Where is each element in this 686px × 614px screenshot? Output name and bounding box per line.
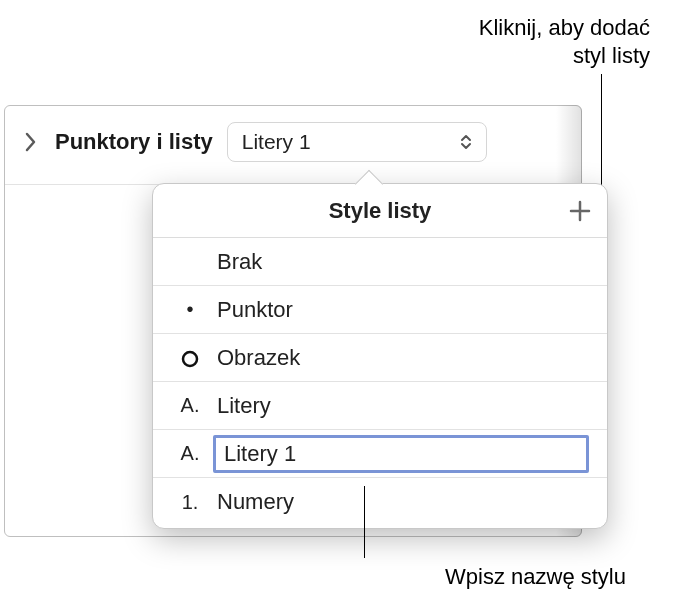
style-name-input[interactable]: Litery 1 — [213, 435, 589, 473]
list-marker-number: 1. — [171, 491, 209, 514]
list-styles-popover: Style listy Brak • Punktor Obrazek A. Li… — [152, 183, 608, 529]
list-item-label: Brak — [217, 249, 262, 275]
list-marker-letter: A. — [171, 394, 209, 417]
list-styles-list: Brak • Punktor Obrazek A. Litery A. Lite… — [153, 238, 607, 526]
list-item-bullet[interactable]: • Punktor — [153, 286, 607, 334]
list-item-letters-1[interactable]: A. Litery 1 — [153, 430, 607, 478]
list-item-numbers[interactable]: 1. Numery — [153, 478, 607, 526]
svg-point-0 — [183, 352, 197, 366]
chevron-updown-icon — [460, 133, 472, 151]
dropdown-selected-value: Litery 1 — [242, 130, 311, 154]
callout-add-style: Kliknij, aby dodać styl listy — [479, 14, 650, 69]
list-item-label: Litery — [217, 393, 271, 419]
add-style-button[interactable] — [567, 198, 593, 224]
list-item-label: Numery — [217, 489, 294, 515]
callout-line-bottom — [364, 486, 365, 558]
list-item-image[interactable]: Obrazek — [153, 334, 607, 382]
style-name-input-value: Litery 1 — [224, 441, 296, 467]
list-item-none[interactable]: Brak — [153, 238, 607, 286]
popover-header: Style listy — [153, 184, 607, 238]
popover-title: Style listy — [329, 198, 432, 224]
list-item-label: Punktor — [217, 297, 293, 323]
chevron-right-icon[interactable] — [25, 132, 37, 152]
bullet-icon: • — [171, 298, 209, 321]
callout-type-name: Wpisz nazwę stylu — [445, 564, 626, 590]
list-marker-letter: A. — [171, 442, 209, 465]
list-item-letters[interactable]: A. Litery — [153, 382, 607, 430]
bullets-lists-row: Punktory i listy Litery 1 — [5, 106, 581, 162]
list-style-dropdown[interactable]: Litery 1 — [227, 122, 487, 162]
section-label-bullets: Punktory i listy — [55, 129, 213, 155]
circle-icon — [171, 346, 209, 369]
list-item-label: Obrazek — [217, 345, 300, 371]
